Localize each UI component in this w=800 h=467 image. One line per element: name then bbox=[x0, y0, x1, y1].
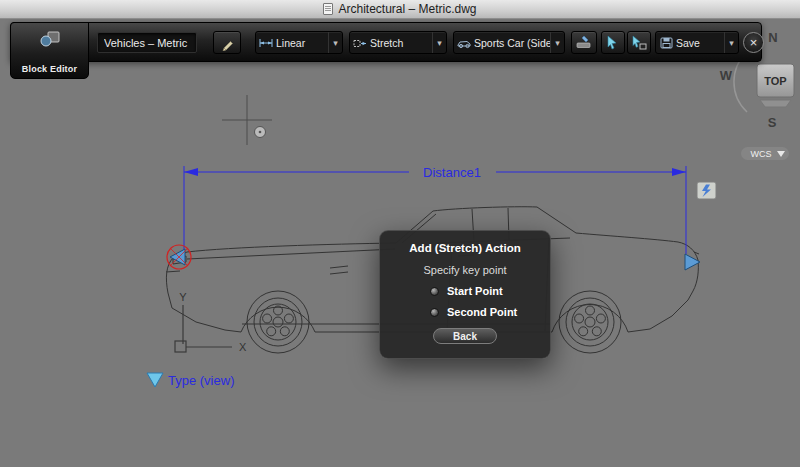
crosshair-cursor bbox=[222, 95, 272, 145]
cursor-badge-icon bbox=[255, 127, 266, 138]
close-visor-button[interactable]: × bbox=[743, 32, 764, 53]
compass-north: N bbox=[768, 30, 777, 45]
parameter-type-value: Linear bbox=[276, 37, 328, 49]
viewcube-top-label: TOP bbox=[764, 75, 786, 87]
action-type-value: Stretch bbox=[370, 37, 432, 49]
save-value: Save bbox=[676, 37, 724, 49]
cursor-box-icon bbox=[631, 35, 647, 50]
start-point-grip[interactable] bbox=[170, 249, 185, 265]
type-view-prompt: Type (view) bbox=[147, 373, 234, 388]
grip-point-button[interactable] bbox=[601, 31, 625, 54]
radio-start-point[interactable] bbox=[430, 287, 439, 296]
ucs-icon: Y X bbox=[175, 291, 247, 353]
panel-label: Block Editor bbox=[22, 64, 77, 74]
option-second-point[interactable]: Second Point bbox=[430, 306, 550, 318]
ucs-x-label: X bbox=[239, 341, 247, 353]
dimension-label: Distance1 bbox=[423, 165, 481, 180]
dialog-title: Add (Stretch) Action bbox=[380, 242, 550, 254]
grip-triangle-icon bbox=[147, 373, 163, 387]
rear-wheel bbox=[559, 291, 621, 353]
stretch-icon bbox=[350, 37, 370, 49]
compass-west: W bbox=[720, 68, 733, 83]
option-start-point[interactable]: Start Point bbox=[430, 285, 550, 297]
document-icon bbox=[323, 3, 333, 15]
back-button[interactable]: Back bbox=[433, 328, 497, 344]
linear-dimension-icon bbox=[256, 37, 276, 49]
close-icon: × bbox=[750, 35, 758, 50]
wcs-pill[interactable]: WCS bbox=[741, 147, 789, 160]
block-thumbnail-icon bbox=[454, 37, 474, 49]
viewcube-front-face bbox=[760, 100, 791, 107]
window-title: Architectural – Metric.dwg bbox=[338, 2, 476, 16]
grip-box-button[interactable] bbox=[627, 31, 651, 54]
add-stretch-action-dialog: Add (Stretch) Action Specify key point S… bbox=[379, 230, 551, 359]
stretch-action-icon-button[interactable] bbox=[697, 182, 716, 199]
block-name-input[interactable] bbox=[97, 32, 197, 53]
block-editor-icon bbox=[37, 29, 63, 49]
chevron-down-icon[interactable]: ▾ bbox=[432, 32, 446, 53]
chevron-down-icon[interactable]: ▾ bbox=[724, 32, 738, 53]
parameter-type-combo[interactable]: Linear ▾ bbox=[255, 31, 343, 54]
front-wheel bbox=[247, 291, 309, 353]
edit-name-button[interactable] bbox=[213, 31, 241, 54]
menubar: Architectural – Metric.dwg bbox=[0, 0, 800, 19]
dialog-prompt: Specify key point bbox=[380, 264, 550, 276]
cursor-plus-icon bbox=[605, 35, 621, 50]
block-editor-visor: Linear ▾ Stretch ▾ Sports Car (Side) ▾ bbox=[10, 22, 762, 62]
block-select-value: Sports Car (Side) bbox=[474, 37, 550, 49]
wcs-label: WCS bbox=[751, 149, 772, 159]
option-start-label: Start Point bbox=[447, 285, 503, 297]
save-icon bbox=[656, 36, 676, 49]
chevron-down-icon[interactable]: ▾ bbox=[328, 32, 342, 53]
save-combo[interactable]: Save ▾ bbox=[655, 31, 739, 54]
option-second-label: Second Point bbox=[447, 306, 517, 318]
action-type-combo[interactable]: Stretch ▾ bbox=[349, 31, 447, 54]
compass-south: S bbox=[768, 115, 777, 130]
chevron-down-icon[interactable]: ▾ bbox=[550, 32, 564, 53]
ucs-y-label: Y bbox=[179, 291, 187, 303]
application-window: Distance1 Y X Type (v bbox=[0, 0, 800, 467]
second-point-grip[interactable] bbox=[685, 254, 700, 270]
pencil-icon bbox=[219, 35, 235, 51]
measure-tool-button[interactable] bbox=[571, 31, 597, 54]
block-editor-panel: Block Editor bbox=[10, 22, 89, 79]
type-view-label: Type (view) bbox=[168, 373, 234, 388]
radio-second-point[interactable] bbox=[430, 308, 439, 317]
ruler-pencil-icon bbox=[575, 35, 593, 50]
block-select-combo[interactable]: Sports Car (Side) ▾ bbox=[453, 31, 565, 54]
